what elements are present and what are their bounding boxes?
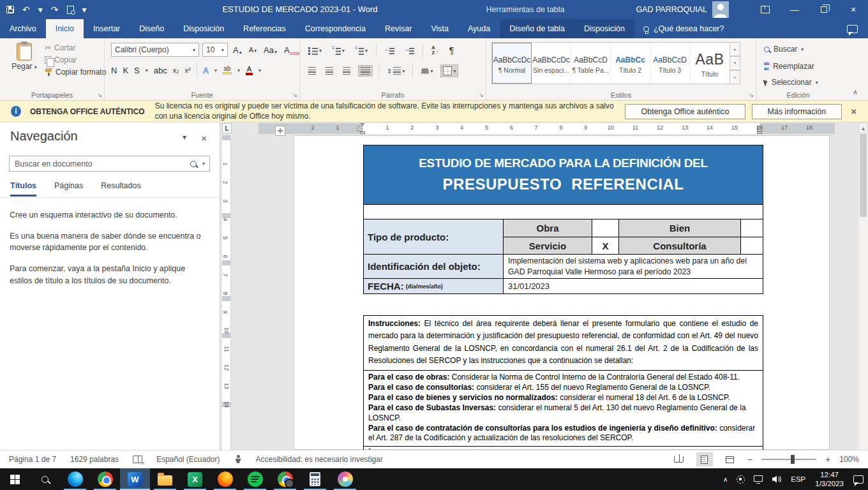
- zoom-level[interactable]: 100%: [839, 455, 859, 464]
- minimize-button[interactable]: —: [780, 0, 809, 19]
- show-marks-button[interactable]: ¶: [447, 44, 456, 57]
- zoom-out-button[interactable]: −: [747, 454, 752, 464]
- styles-dialog-launcher[interactable]: ↘: [749, 92, 754, 98]
- row-grip[interactable]: [222, 260, 230, 265]
- scrollbar-thumb[interactable]: [860, 134, 867, 217]
- tab-referencias[interactable]: Referencias: [234, 19, 296, 38]
- instructions-cases[interactable]: Para el caso de obras: Considerar la Nor…: [364, 371, 763, 447]
- tab-resultados[interactable]: Resultados: [101, 181, 141, 197]
- zoom-in-button[interactable]: +: [825, 454, 830, 464]
- replace-button[interactable]: abacReemplazar: [764, 61, 814, 71]
- banner-line-2[interactable]: PRESUPUESTO REFERENCIAL: [443, 175, 684, 193]
- start-button[interactable]: [0, 468, 30, 490]
- style-normal[interactable]: AaBbCcDc¶ Normal: [492, 43, 532, 84]
- instruction-line[interactable]: Para el caso de obras: Considerar la Nor…: [368, 373, 758, 383]
- shrink-font-button[interactable]: A▾: [247, 46, 258, 54]
- instruction-line[interactable]: Para el caso de Subastas Inversas: consi…: [368, 403, 758, 424]
- tab-disposicion[interactable]: Disposición: [174, 19, 234, 38]
- warning-close-icon[interactable]: ×: [851, 106, 857, 117]
- shading-button[interactable]: ▾: [419, 67, 435, 75]
- cell-objeto-label[interactable]: Identificación del objeto:: [364, 254, 503, 278]
- banner-line-1[interactable]: ESTUDIO DE MERCADO PARA LA DEFINICIÓN DE…: [419, 156, 708, 170]
- right-indent-marker[interactable]: [757, 131, 762, 134]
- align-right-button[interactable]: [341, 66, 352, 76]
- vertical-ruler[interactable]: 1234567891011121314: [222, 135, 231, 450]
- line-spacing-button[interactable]: ⇕▾: [385, 66, 407, 76]
- left-indent-marker[interactable]: [360, 131, 365, 134]
- font-dialog-launcher[interactable]: ↘: [292, 92, 297, 98]
- document-title-banner[interactable]: ESTUDIO DE MERCADO PARA LA DEFINICIÓN DE…: [363, 145, 763, 205]
- styles-more-button[interactable]: ≡: [730, 70, 740, 84]
- increase-indent-button[interactable]: [403, 45, 416, 56]
- horizontal-ruler[interactable]: 21123456789101112131415161718: [258, 123, 835, 134]
- styles-scroll-down-button[interactable]: ▾: [730, 56, 740, 70]
- network-icon[interactable]: [749, 468, 767, 490]
- collapse-ribbon-icon[interactable]: ∧: [853, 88, 858, 96]
- taskbar-excel[interactable]: X: [180, 468, 210, 490]
- font-color-button[interactable]: A: [246, 66, 253, 75]
- row-grip[interactable]: [222, 333, 230, 338]
- search-icon[interactable]: [190, 161, 197, 167]
- page-indicator[interactable]: Página 1 de 7: [9, 455, 56, 464]
- taskbar-edge[interactable]: [60, 468, 90, 490]
- avatar[interactable]: [712, 1, 729, 18]
- action-center-button[interactable]: [849, 468, 868, 490]
- cell-obra[interactable]: Obra: [503, 219, 592, 237]
- accessibility-icon[interactable]: [234, 455, 242, 464]
- read-mode-button[interactable]: [671, 452, 687, 466]
- taskbar-chrome-profile[interactable]: [270, 468, 300, 490]
- select-button[interactable]: Seleccionar▾: [764, 78, 818, 87]
- strikethrough-button[interactable]: abc: [154, 66, 167, 75]
- tab-titulos[interactable]: Títulos: [10, 181, 36, 197]
- instructions-intro[interactable]: Instrucciones: El técnico del área requi…: [364, 316, 763, 371]
- style-sin-espaciado[interactable]: AaBbCcDcSin espaci...: [532, 43, 571, 84]
- clear-formatting-button[interactable]: A: [282, 45, 301, 55]
- instruction-line[interactable]: Para el caso de contratación de consulto…: [368, 424, 758, 444]
- taskbar-calculator[interactable]: [300, 468, 330, 490]
- cell-bien[interactable]: Bien: [618, 219, 740, 237]
- taskbar-paint[interactable]: [330, 468, 360, 490]
- cell-consultoria-check[interactable]: [740, 237, 763, 254]
- instruction-line[interactable]: Para el caso de consultorías: considerar…: [368, 383, 758, 393]
- tab-correspondencia[interactable]: Correspondencia: [296, 19, 375, 38]
- align-left-button[interactable]: [306, 66, 318, 76]
- borders-button[interactable]: ▾: [440, 64, 458, 77]
- vertical-scrollbar[interactable]: ▲: [858, 122, 868, 450]
- format-painter-button[interactable]: Copiar formato: [45, 68, 106, 77]
- search-options-icon[interactable]: ▾: [202, 161, 205, 167]
- customize-qat-icon[interactable]: ▾: [82, 5, 87, 14]
- cell-consultoria[interactable]: Consultoría: [618, 237, 740, 254]
- style-titulo-3[interactable]: AaBbCcDTítulo 3: [650, 43, 690, 84]
- taskbar-file-explorer[interactable]: [150, 468, 180, 490]
- font-color-dropdown-icon[interactable]: ▾: [258, 68, 261, 73]
- tab-diseno[interactable]: Diseño: [130, 19, 174, 38]
- taskbar-search-button[interactable]: [30, 468, 60, 490]
- align-center-button[interactable]: [324, 66, 335, 76]
- copy-button[interactable]: Copiar: [45, 56, 106, 64]
- text-effects-dropdown-icon[interactable]: ▾: [214, 68, 217, 73]
- style-titulo-2[interactable]: AaBbCcTítulo 2: [611, 43, 650, 84]
- tab-paginas[interactable]: Páginas: [54, 181, 83, 197]
- cut-button[interactable]: ✂Cortar: [45, 43, 106, 52]
- tab-vista[interactable]: Vista: [421, 19, 458, 38]
- highlight-dropdown-icon[interactable]: ▾: [237, 68, 240, 73]
- paste-dropdown-icon[interactable]: ▾: [34, 64, 37, 70]
- proofing-icon[interactable]: [133, 456, 142, 463]
- italic-button[interactable]: K: [123, 66, 128, 75]
- paragraph-dialog-launcher[interactable]: ↘: [479, 92, 484, 98]
- undo-dropdown-icon[interactable]: ▾: [38, 5, 43, 14]
- undo-icon[interactable]: ↶: [22, 5, 30, 14]
- paste-button[interactable]: Pegar ▾: [8, 43, 41, 71]
- find-button[interactable]: Buscar▾: [764, 45, 804, 54]
- cell-servicio[interactable]: Servicio: [503, 237, 592, 254]
- document-page[interactable]: ESTUDIO DE MERCADO PARA LA DEFINICIÓN DE…: [294, 135, 830, 450]
- account-area[interactable]: GAD PARROQUIAL: [636, 0, 729, 19]
- taskbar-word[interactable]: W: [120, 468, 150, 490]
- onedrive-icon[interactable]: [732, 468, 749, 490]
- table-column-grip[interactable]: [357, 126, 363, 131]
- get-office-button[interactable]: Obtenga Office auténtico: [625, 104, 745, 119]
- numbering-button[interactable]: ▾: [330, 45, 347, 56]
- cell-servicio-check[interactable]: X: [592, 237, 618, 254]
- search-input[interactable]: [10, 160, 190, 168]
- decrease-indent-button[interactable]: [383, 45, 396, 56]
